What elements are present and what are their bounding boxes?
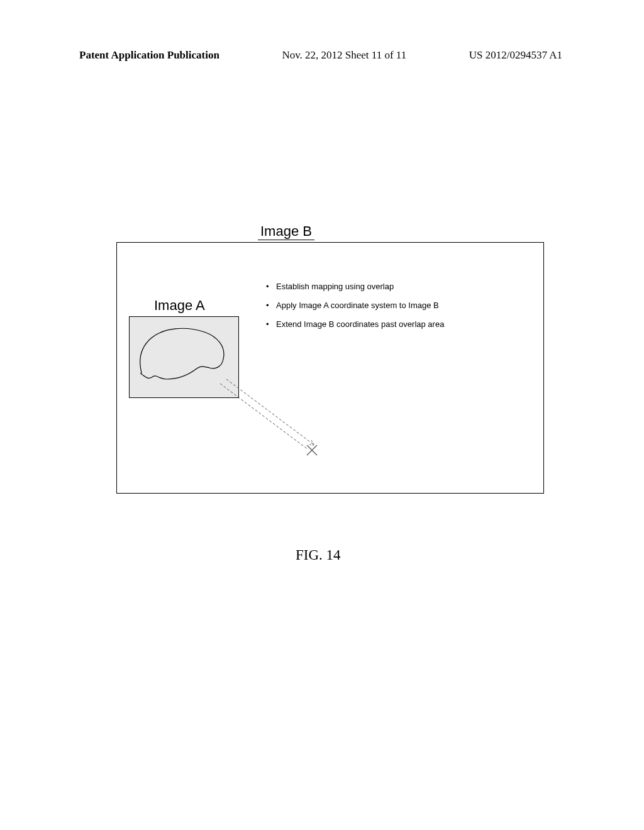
bullet-item: Extend Image B coordinates past overlap …: [266, 319, 530, 330]
header-date-sheet: Nov. 22, 2012 Sheet 11 of 11: [282, 49, 406, 62]
bullet-item: Establish mapping using overlap: [266, 281, 530, 292]
header-publication-type: Patent Application Publication: [79, 49, 219, 62]
bullet-item: Apply Image A coordinate system to Image…: [266, 300, 530, 311]
figure-caption: FIG. 14: [296, 547, 341, 563]
document-header: Patent Application Publication Nov. 22, …: [0, 49, 644, 62]
figure-diagram: Image B Image A Establish mapping using …: [116, 242, 544, 519]
image-a-box: [129, 316, 239, 398]
figure-bullet-list: Establish mapping using overlap Apply Im…: [266, 281, 530, 338]
image-b-label: Image B: [258, 223, 314, 240]
header-pub-number: US 2012/0294537 A1: [469, 49, 562, 62]
image-a-label: Image A: [154, 297, 205, 314]
